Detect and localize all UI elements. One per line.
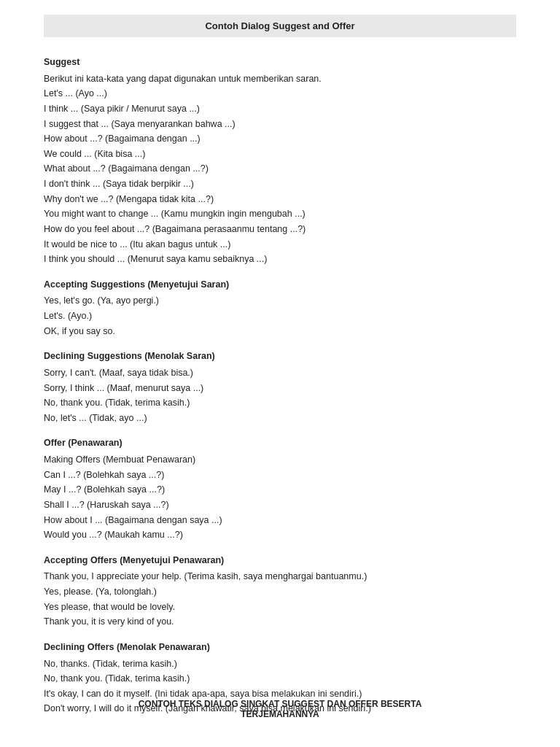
section-line-0-4: How about ...? (Bagaimana dengan ...) bbox=[44, 131, 516, 147]
section-line-5-1: No, thank you. (Tidak, terima kasih.) bbox=[44, 671, 516, 686]
section-title-declining-suggestions: Declining Suggestions (Menolak Saran) bbox=[44, 349, 516, 364]
section-line-1-0: Yes, let's go. (Ya, ayo pergi.) bbox=[44, 293, 516, 309]
section-declining-suggestions: Declining Suggestions (Menolak Saran)Sor… bbox=[44, 349, 516, 425]
section-title-accepting-suggestions: Accepting Suggestions (Menyetujui Saran) bbox=[44, 277, 516, 293]
section-line-0-1: Let's ... (Ayo ...) bbox=[44, 86, 516, 101]
section-line-4-3: Thank you, it is very kind of you. bbox=[44, 614, 516, 630]
section-line-3-4: How about I ... (Bagaimana dengan saya .… bbox=[44, 513, 516, 528]
section-line-5-0: No, thanks. (Tidak, terima kasih.) bbox=[44, 657, 516, 672]
content-area: SuggestBerikut ini kata-kata yang dapat … bbox=[44, 55, 516, 716]
section-line-0-5: We could ... (Kita bisa ...) bbox=[44, 147, 516, 162]
section-accepting-suggestions: Accepting Suggestions (Menyetujui Saran)… bbox=[44, 277, 516, 339]
section-line-4-0: Thank you, I appreciate your help. (Teri… bbox=[44, 569, 516, 584]
section-line-2-3: No, let's ... (Tidak, ayo ...) bbox=[44, 411, 516, 426]
section-line-2-2: No, thank you. (Tidak, terima kasih.) bbox=[44, 395, 516, 411]
section-line-3-5: Would you ...? (Maukah kamu ...?) bbox=[44, 527, 516, 543]
section-line-0-12: I think you should ... (Menurut saya kam… bbox=[44, 252, 516, 267]
section-line-1-2: OK, if you say so. bbox=[44, 324, 516, 339]
section-line-0-11: It would be nice to ... (Itu akan bagus … bbox=[44, 237, 516, 252]
section-line-0-6: What about ...? (Bagaimana dengan ...?) bbox=[44, 161, 516, 177]
section-line-3-2: May I ...? (Bolehkah saya ...?) bbox=[44, 482, 516, 498]
section-title-accepting-offers: Accepting Offers (Menyetujui Penawaran) bbox=[44, 553, 516, 568]
section-title-suggest-intro: Suggest bbox=[44, 55, 516, 70]
section-line-0-8: Why don't we ...? (Mengapa tidak kita ..… bbox=[44, 192, 516, 207]
section-line-0-2: I think ... (Saya pikir / Menurut saya .… bbox=[44, 101, 516, 117]
section-accepting-offers: Accepting Offers (Menyetujui Penawaran)T… bbox=[44, 553, 516, 630]
section-title-declining-offers: Declining Offers (Menolak Penawaran) bbox=[44, 640, 516, 655]
page-footer: CONTOH TEKS DIALOG SINGKAT SUGGEST DAN O… bbox=[0, 699, 560, 719]
section-line-3-0: Making Offers (Membuat Penawaran) bbox=[44, 452, 516, 468]
section-line-0-3: I suggest that ... (Saya menyarankan bah… bbox=[44, 117, 516, 132]
section-offer: Offer (Penawaran)Making Offers (Membuat … bbox=[44, 436, 516, 542]
section-line-1-1: Let's. (Ayo.) bbox=[44, 309, 516, 324]
section-line-2-1: Sorry, I think ... (Maaf, menurut saya .… bbox=[44, 381, 516, 396]
section-line-0-10: How do you feel about ...? (Bagaimana pe… bbox=[44, 222, 516, 237]
page-title: Contoh Dialog Suggest and Offer bbox=[44, 15, 516, 37]
section-line-0-7: I don't think ... (Saya tidak berpikir .… bbox=[44, 177, 516, 192]
section-line-2-0: Sorry, I can't. (Maaf, saya tidak bisa.) bbox=[44, 365, 516, 381]
section-line-0-0: Berikut ini kata-kata yang dapat digunak… bbox=[44, 71, 516, 87]
section-suggest-intro: SuggestBerikut ini kata-kata yang dapat … bbox=[44, 55, 516, 267]
footer-line1: CONTOH TEKS DIALOG SINGKAT SUGGEST DAN O… bbox=[44, 699, 516, 709]
section-line-3-1: Can I ...? (Bolehkah saya ...?) bbox=[44, 468, 516, 483]
section-line-4-1: Yes, please. (Ya, tolonglah.) bbox=[44, 584, 516, 600]
section-line-0-9: You might want to change ... (Kamu mungk… bbox=[44, 206, 516, 222]
page-container: Contoh Dialog Suggest and Offer SuggestB… bbox=[0, 0, 560, 747]
section-line-4-2: Yes please, that would be lovely. bbox=[44, 600, 516, 615]
footer-line2: TERJEMAHANNYA bbox=[44, 709, 516, 719]
section-line-3-3: Shall I ...? (Haruskah saya ...?) bbox=[44, 498, 516, 513]
section-title-offer: Offer (Penawaran) bbox=[44, 436, 516, 451]
